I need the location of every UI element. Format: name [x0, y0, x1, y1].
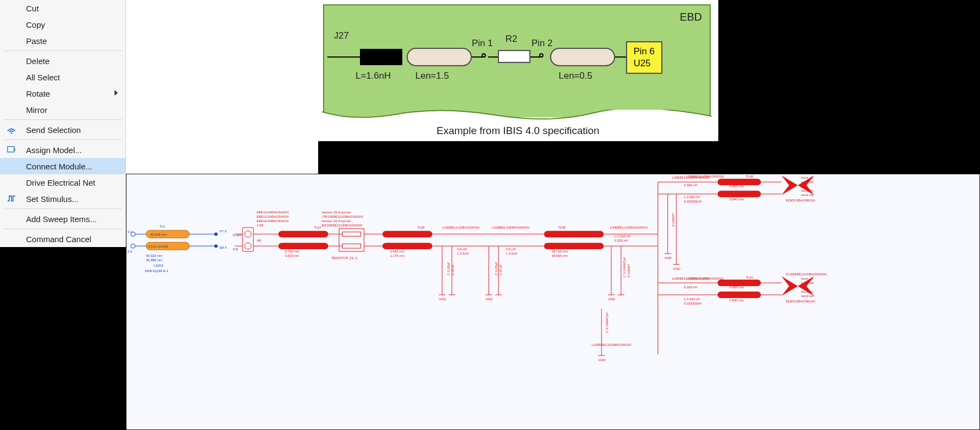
menu-cut[interactable]: Cut: [0, 0, 125, 16]
svg-text:ioout_sn: ioout_sn: [801, 290, 813, 293]
svg-text:0.1: 0.1: [128, 230, 132, 233]
menu-connect-module[interactable]: Connect Module...: [0, 158, 125, 174]
svg-text:ioout_sn: ioout_sn: [801, 189, 813, 192]
menu-all-select[interactable]: All Select: [0, 69, 125, 85]
svg-text:1.483 mm: 1.483 mm: [390, 250, 404, 253]
ebd-u25: U25: [634, 58, 655, 69]
menu-delete[interactable]: Delete: [0, 53, 125, 69]
menu-label: Assign Model...: [26, 146, 82, 155]
svg-text:C 0.25pF: C 0.25pF: [495, 262, 498, 275]
svg-rect-37: [279, 231, 328, 237]
ebd-pin6: Pin 6: [634, 46, 655, 58]
wifi-icon: [7, 125, 16, 135]
svg-rect-120: [718, 191, 761, 197]
svg-text:TL58: TL58: [417, 226, 425, 229]
svg-text:GND: GND: [485, 298, 493, 301]
svg-text:0.333333nH: 0.333333nH: [684, 302, 702, 305]
svg-text:X 88: X 88: [257, 224, 264, 227]
svg-text:TL60: TL60: [746, 175, 754, 178]
ebd-title: EBD: [680, 11, 702, 23]
svg-rect-54: [382, 231, 432, 237]
chevron-right-icon: [115, 90, 118, 96]
svg-point-15: [214, 232, 218, 236]
svg-text:E8 X: E8 X: [220, 246, 227, 249]
svg-text:EBE11UDBAGSA01N: EBE11UDBAGSA01N: [257, 215, 289, 218]
ebd-j27-label: J27: [334, 30, 349, 41]
ebd-node: [482, 53, 486, 58]
svg-text:C 0.166667pF: C 0.166667pF: [623, 257, 626, 277]
svg-text:L100EBE11UDBAGSA01N: L100EBE11UDBAGSA01N: [592, 343, 631, 346]
svg-text:2.840 mm: 2.840 mm: [730, 299, 744, 302]
svg-text:TL59: TL59: [558, 226, 566, 229]
model-icon: [7, 145, 16, 155]
ebd-pin2: Pin 2: [532, 38, 553, 49]
svg-text:3.319 mm: 3.319 mm: [285, 254, 300, 257]
ebd-l-value: L=1.6nH: [356, 71, 391, 81]
svg-rect-44: [342, 232, 361, 236]
svg-text:L30EBE11UDBAGSA01N: L30EBE11UDBAGSA01N: [610, 226, 648, 229]
ebd-wire: [615, 56, 626, 58]
ebd-node: [539, 53, 543, 58]
menu-label: Connect Module...: [26, 162, 92, 171]
svg-text:L 0.333 nH: L 0.333 nH: [684, 298, 700, 301]
menu-assign-model[interactable]: Assign Model...: [0, 142, 125, 158]
menu-set-stimulus[interactable]: Set Stimulus...: [0, 191, 125, 207]
svg-text:TL61: TL61: [746, 276, 754, 279]
menu-drive-electrical-net[interactable]: Drive Electrical Net: [0, 174, 125, 191]
svg-text:L50EBE11UDBAGSA01N: L50EBE11UDBAGSA01N: [686, 175, 724, 178]
svg-text:AB: AB: [257, 239, 261, 242]
svg-text:ioout_sn: ioout_sn: [801, 176, 813, 179]
svg-text:L 0.5nH: L 0.5nH: [457, 252, 469, 255]
menu-add-sweep-items[interactable]: Add Sweep Items...: [0, 211, 125, 227]
svg-text:IC100EBE11UDBAGSA01N: IC100EBE11UDBAGSA01N: [786, 273, 826, 276]
svg-text:CIR10EBE11UDBAGSA01N: CIR10EBE11UDBAGSA01N: [322, 215, 363, 218]
menu-copy[interactable]: Copy: [0, 16, 125, 33]
svg-text:18.664 mm: 18.664 mm: [552, 254, 568, 257]
svg-text:2.885 mm: 2.885 mm: [730, 185, 744, 188]
pulse-icon: [7, 194, 16, 204]
menu-send-selection[interactable]: Send Selection: [0, 122, 125, 138]
svg-text:ioout-out: ioout-out: [801, 281, 814, 284]
svg-point-8: [131, 244, 135, 248]
svg-rect-142: [718, 292, 761, 298]
svg-text:GND: GND: [608, 298, 616, 301]
menu-rotate[interactable]: Rotate: [0, 85, 125, 102]
ebd-inductor: [360, 49, 402, 65]
svg-text:TL1: TL1: [160, 225, 166, 228]
ebd-len1: Len=1.5: [415, 71, 449, 81]
ebd-len2: Len=0.5: [559, 71, 592, 81]
svg-text:30.618 mm: 30.618 mm: [150, 233, 167, 236]
svg-text:L 0.333 nH: L 0.333 nH: [684, 195, 700, 199]
ebd-pin1: Pin 1: [472, 38, 493, 49]
svg-text:resistor-22-4-typ-ser: resistor-22-4-typ-ser: [322, 219, 351, 223]
svg-point-16: [214, 244, 218, 248]
svg-text:EBE11UDBAGSA01N: EBE11UDBAGSA01N: [257, 211, 289, 214]
menu-paste[interactable]: Paste: [0, 33, 125, 49]
ebd-r2: R2: [505, 34, 517, 45]
schematic-canvas[interactable]: 0.1 TL1 30.618 mm 0.2 0.141 mm/DS F7 X E…: [126, 174, 980, 430]
svg-rect-55: [382, 243, 432, 249]
svg-point-0: [11, 132, 12, 134]
svg-text:0.333 nH: 0.333 nH: [684, 184, 697, 187]
ebd-wire: [488, 56, 499, 58]
svg-text:EBE11UDBAGSA01N: EBE11UDBAGSA01N: [257, 219, 289, 223]
ebd-diagram: EBD J27 L=1.6nH Len=1.5 Pin 1 R2 Pin 2 L…: [318, 0, 718, 141]
menu-command-cancel[interactable]: Command Cancel: [0, 231, 125, 247]
svg-text:EDE510BAGSE01N: EDE510BAGSE01N: [786, 199, 815, 202]
svg-text:0.333 nH: 0.333 nH: [684, 286, 697, 289]
menu-label: Send Selection: [26, 125, 81, 135]
svg-rect-45: [342, 244, 361, 248]
svg-text:0.2: 0.2: [128, 250, 132, 253]
ebd-tline-1: [407, 48, 472, 66]
ebd-wire: [327, 56, 360, 58]
ebd-resistor: [498, 50, 530, 63]
menu-mirror[interactable]: Mirror: [0, 102, 125, 118]
svg-text:IC90EBE11UDBAGSA01N: IC90EBE11UDBAGSA01N: [786, 174, 825, 175]
ebd-caption: Example from IBIS 4.0 specification: [318, 125, 718, 137]
svg-text:DDR-DQS0-N-1: DDR-DQS0-N-1: [145, 269, 169, 273]
svg-marker-129: [781, 175, 798, 195]
svg-text:GND: GND: [598, 358, 606, 362]
menu-label: All Select: [26, 73, 60, 82]
menu-label: Cut: [26, 4, 39, 13]
svg-text:ioout-out: ioout-out: [801, 294, 814, 298]
